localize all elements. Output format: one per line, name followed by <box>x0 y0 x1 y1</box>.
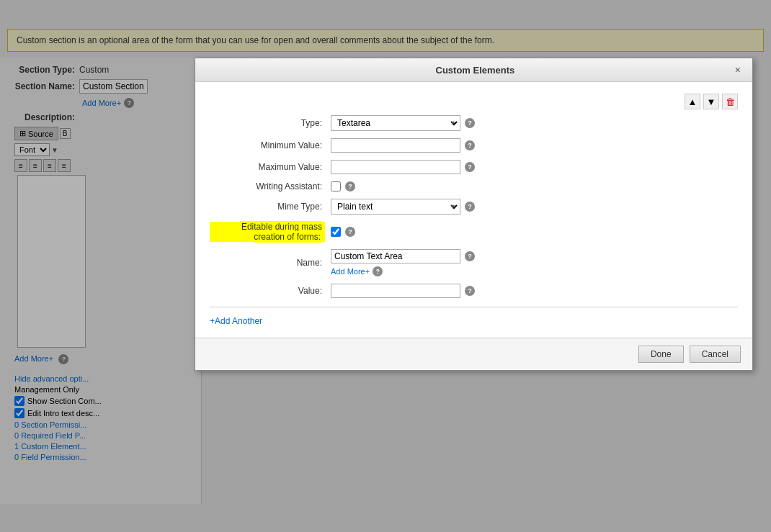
value-input[interactable] <box>331 284 460 298</box>
add-more-name-link[interactable]: Add More+ <box>331 267 370 276</box>
min-value-input[interactable] <box>331 138 460 153</box>
divider <box>210 307 738 307</box>
value-label: Value: <box>210 286 325 296</box>
done-button[interactable]: Done <box>638 346 684 363</box>
form-grid: Type: Textarea Text Checkbox Select Date… <box>210 115 738 298</box>
modal-body: ▲ ▼ 🗑 Type: Textarea Text Checkbox Selec… <box>195 82 752 338</box>
delete-button[interactable]: 🗑 <box>722 94 738 109</box>
mime-type-label: Mime Type: <box>210 202 325 212</box>
name-label: Name: <box>210 258 325 268</box>
mime-type-control-row: Plain text HTML Markdown ? <box>331 199 738 215</box>
min-value-control-row: ? <box>331 138 738 153</box>
cancel-button[interactable]: Cancel <box>690 346 741 363</box>
move-up-button[interactable]: ▲ <box>685 94 700 109</box>
type-info-icon: ? <box>465 118 475 128</box>
name-control-row: ? Add More+ ? <box>331 249 738 276</box>
editable-checkbox[interactable] <box>331 227 341 237</box>
mime-type-select-wrapper: Plain text HTML Markdown <box>331 199 460 215</box>
modal-title: Custom Elements <box>218 65 732 76</box>
value-control-row: ? <box>331 284 738 298</box>
modal-footer: Done Cancel <box>195 338 752 370</box>
editable-label-text: Editable during mass creation of forms: <box>240 221 322 243</box>
mime-type-select[interactable]: Plain text HTML Markdown <box>331 199 460 215</box>
custom-elements-modal: Custom Elements × ▲ ▼ 🗑 Type: Textarea <box>195 58 753 371</box>
writing-assistant-control-row: ? <box>331 181 738 191</box>
writing-assistant-info-icon: ? <box>345 181 355 191</box>
add-more-name-info-icon: ? <box>373 266 383 276</box>
min-value-label: Minimum Value: <box>210 140 325 150</box>
editable-control-row: ? <box>331 227 738 237</box>
name-block: ? Add More+ ? <box>331 249 475 276</box>
down-arrow-icon: ▼ <box>707 96 716 107</box>
type-select[interactable]: Textarea Text Checkbox Select Date <box>331 115 460 131</box>
max-value-info-icon: ? <box>465 162 475 172</box>
max-value-input[interactable] <box>331 160 460 174</box>
add-another-link[interactable]: +Add Another <box>210 316 262 326</box>
writing-assistant-label: Writing Assistant: <box>210 181 325 191</box>
min-value-info-icon: ? <box>465 140 475 150</box>
up-arrow-icon: ▲ <box>688 96 698 107</box>
modal-toolbar: ▲ ▼ 🗑 <box>210 94 738 109</box>
max-value-control-row: ? <box>331 160 738 174</box>
modal-close-button[interactable]: × <box>732 64 744 76</box>
value-info-icon: ? <box>465 286 475 296</box>
editable-label: Editable during mass creation of forms: <box>210 222 325 242</box>
type-control-row: Textarea Text Checkbox Select Date ? <box>331 115 738 131</box>
delete-icon: 🗑 <box>726 96 735 107</box>
editable-info-icon: ? <box>345 227 355 237</box>
modal-header: Custom Elements × <box>195 58 752 82</box>
max-value-label: Maximum Value: <box>210 162 325 172</box>
type-select-wrapper: Textarea Text Checkbox Select Date <box>331 115 460 131</box>
name-info-icon: ? <box>465 251 475 261</box>
type-label: Type: <box>210 118 325 128</box>
move-down-button[interactable]: ▼ <box>703 94 719 109</box>
mime-type-info-icon: ? <box>465 202 475 212</box>
writing-assistant-checkbox[interactable] <box>331 181 341 191</box>
name-input[interactable] <box>331 249 460 263</box>
